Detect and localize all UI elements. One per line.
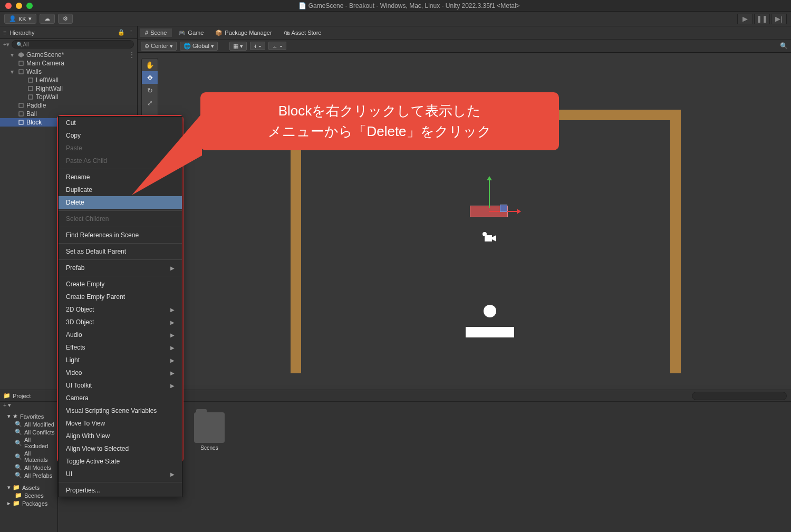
- svg-rect-2: [19, 70, 23, 74]
- hierarchy-item-paddle[interactable]: Paddle: [0, 101, 137, 110]
- hierarchy-search[interactable]: 🔍 All: [12, 40, 134, 49]
- folder-icon: 📁: [3, 392, 11, 399]
- cube-icon: [27, 85, 34, 92]
- add-button[interactable]: +▾: [3, 41, 9, 48]
- camera-gizmo-icon: [480, 231, 497, 244]
- pause-button[interactable]: ❚❚: [754, 14, 770, 24]
- search-scene-icon[interactable]: 🔍: [780, 42, 788, 50]
- submenu-arrow-icon: ▶: [170, 265, 175, 271]
- play-button[interactable]: ▶: [737, 14, 753, 24]
- menu-icon[interactable]: ⋮: [128, 29, 134, 36]
- pivot-dropdown[interactable]: ⊕Center ▾: [141, 42, 177, 51]
- scale-tool[interactable]: ⤢: [142, 96, 158, 109]
- project-fav-conflicts[interactable]: 🔍All Conflicts: [2, 428, 55, 436]
- hierarchy-item-walls[interactable]: ▾ Walls: [0, 67, 137, 76]
- tab-package-manager[interactable]: 📦Package Manager: [210, 28, 277, 37]
- cm-create-empty-parent[interactable]: Create Empty Parent: [59, 291, 182, 303]
- cm-3d-object[interactable]: 3D Object▶: [59, 316, 182, 328]
- lock-icon[interactable]: 🔒: [118, 29, 125, 36]
- folder-icon: 📁: [13, 500, 20, 507]
- cm-rename[interactable]: Rename: [59, 171, 182, 183]
- rotate-tool[interactable]: ↻: [142, 84, 158, 96]
- project-fav-modified[interactable]: 🔍All Modified: [2, 420, 55, 428]
- gear-icon: ⚙: [63, 15, 68, 22]
- scene-toolbar: ⊕Center ▾ 🌐Global ▾ ▦ ▾ ⫞ ▾ ⫠ ▾ 🔍: [138, 39, 791, 53]
- grid-button[interactable]: ▦ ▾: [229, 42, 247, 51]
- project-header: 📁 Project: [0, 390, 57, 402]
- cm-set-default-parent[interactable]: Set as Default Parent: [59, 245, 182, 258]
- space-dropdown[interactable]: 🌐Global ▾: [180, 42, 218, 51]
- cm-camera[interactable]: Camera: [59, 392, 182, 404]
- project-search[interactable]: [692, 392, 787, 400]
- step-button[interactable]: ▶|: [771, 14, 787, 24]
- settings-button[interactable]: ⚙: [58, 14, 73, 24]
- project-fav-prefabs[interactable]: 🔍All Prefabs: [2, 471, 55, 479]
- cm-align-view-selected[interactable]: Align View to Selected: [59, 442, 182, 455]
- folder-icon: 📁: [15, 492, 22, 499]
- close-window-button[interactable]: [5, 3, 12, 9]
- project-scenes-folder[interactable]: 📁Scenes: [2, 491, 55, 499]
- unity-icon: [18, 52, 24, 58]
- scene-view[interactable]: [138, 53, 791, 385]
- maximize-window-button[interactable]: [26, 3, 33, 9]
- svg-rect-5: [28, 95, 33, 99]
- account-dropdown[interactable]: 👤 KK ▾: [4, 14, 36, 24]
- project-fav-excluded[interactable]: 🔍All Excluded: [2, 436, 55, 450]
- hierarchy-item-main-camera[interactable]: Main Camera: [0, 59, 137, 67]
- hierarchy-item-leftwall[interactable]: LeftWall: [0, 76, 137, 84]
- cm-ui-toolkit[interactable]: UI Toolkit▶: [59, 379, 182, 392]
- tab-game[interactable]: 🎮Game: [173, 28, 209, 37]
- cm-audio[interactable]: Audio▶: [59, 328, 182, 341]
- move-tool[interactable]: ✥: [142, 71, 158, 84]
- scene-root[interactable]: ▾ GameScene* ⋮: [0, 51, 137, 59]
- cm-move-to-view[interactable]: Move To View: [59, 417, 182, 430]
- cm-delete[interactable]: Delete: [59, 196, 182, 209]
- cube-icon: [27, 77, 34, 83]
- leftwall-visual: [291, 110, 301, 373]
- cm-properties[interactable]: Properties...: [59, 484, 182, 497]
- project-assets[interactable]: ▾📁Assets: [2, 483, 55, 491]
- cm-2d-object[interactable]: 2D Object▶: [59, 303, 182, 316]
- cm-find-refs[interactable]: Find References in Scene: [59, 229, 182, 241]
- svg-rect-7: [19, 112, 23, 116]
- topwall-visual: [291, 110, 681, 120]
- cm-ui[interactable]: UI▶: [59, 468, 182, 480]
- project-packages[interactable]: ▸📁Packages: [2, 499, 55, 507]
- minimize-window-button[interactable]: [16, 3, 22, 9]
- project-add[interactable]: + ▾: [0, 402, 57, 411]
- gizmo-center[interactable]: [500, 205, 507, 212]
- cm-light[interactable]: Light▶: [59, 354, 182, 366]
- paddle-visual: [466, 327, 514, 337]
- cm-prefab[interactable]: Prefab▶: [59, 262, 182, 274]
- cm-effects[interactable]: Effects▶: [59, 341, 182, 354]
- hand-tool[interactable]: ✋: [142, 59, 158, 71]
- project-left-panel: 📁 Project + ▾ ▾★Favorites 🔍All Modified …: [0, 390, 58, 532]
- play-controls: ▶ ❚❚ ▶|: [737, 14, 787, 24]
- hierarchy-item-topwall[interactable]: TopWall: [0, 93, 137, 101]
- cm-create-empty[interactable]: Create Empty: [59, 278, 182, 291]
- cm-visual-scripting[interactable]: Visual Scripting Scene Variables: [59, 404, 182, 417]
- svg-rect-4: [28, 86, 33, 91]
- cm-duplicate[interactable]: Duplicate: [59, 183, 182, 196]
- submenu-arrow-icon: ▶: [170, 370, 175, 376]
- star-icon: ★: [13, 413, 18, 420]
- hierarchy-icon: ≡: [3, 30, 6, 36]
- tab-scene[interactable]: #Scene: [140, 28, 172, 37]
- cm-align-with-view[interactable]: Align With View: [59, 430, 182, 442]
- cm-video[interactable]: Video▶: [59, 366, 182, 379]
- search-icon: 🔍: [16, 42, 23, 47]
- cloud-icon: ☁: [44, 15, 50, 22]
- hierarchy-item-rightwall[interactable]: RightWall: [0, 84, 137, 93]
- gizmo-y-axis[interactable]: [489, 177, 490, 208]
- tab-asset-store[interactable]: 🛍Asset Store: [278, 28, 327, 37]
- project-fav-materials[interactable]: 🔍All Materials: [2, 450, 55, 463]
- project-favorites[interactable]: ▾★Favorites: [2, 412, 55, 420]
- cloud-button[interactable]: ☁: [40, 14, 55, 24]
- cm-toggle-active[interactable]: Toggle Active State: [59, 455, 182, 468]
- cm-cut[interactable]: Cut: [59, 117, 182, 129]
- incr-button[interactable]: ⫠ ▾: [268, 42, 286, 50]
- asset-item[interactable]: Scenes: [193, 412, 226, 451]
- snap-button[interactable]: ⫞ ▾: [250, 42, 265, 50]
- project-fav-models[interactable]: 🔍All Models: [2, 463, 55, 471]
- cm-copy[interactable]: Copy: [59, 129, 182, 142]
